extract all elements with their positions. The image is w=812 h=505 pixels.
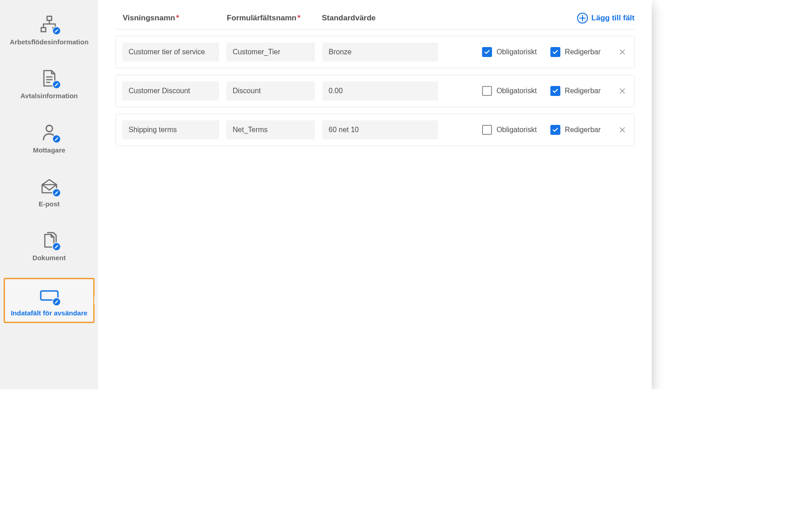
sidebar-item-label: Avtalsinformation (20, 92, 78, 100)
sidebar-item-label: Mottagare (33, 146, 66, 154)
edit-badge-icon (52, 80, 61, 89)
editable-checkbox[interactable] (550, 47, 560, 57)
email-icon (37, 176, 62, 196)
editable-label: Redigerbar (565, 87, 601, 95)
mandatory-checkbox[interactable] (482, 86, 492, 96)
field-row: Obligatoriskt Redigerbar (115, 114, 635, 146)
edit-badge-icon (52, 242, 61, 251)
app-shell: Arbetsflödesinformation Avtalsinformatio… (0, 0, 652, 389)
sidebar-item-workflow-info[interactable]: Arbetsflödesinformation (0, 8, 98, 50)
form-field-input[interactable] (226, 120, 315, 139)
field-row: Obligatoriskt Redigerbar (115, 75, 635, 107)
edit-badge-icon (52, 297, 61, 306)
sidebar-item-sender-input-fields[interactable]: Indatafält för avsändare (4, 278, 95, 323)
document-icon (37, 230, 62, 250)
sidebar-item-label: E-post (38, 200, 60, 208)
edit-badge-icon (52, 26, 61, 35)
display-name-input[interactable] (122, 120, 219, 139)
sidebar-item-label: Dokument (33, 254, 66, 262)
plus-circle-icon (577, 13, 588, 24)
svg-rect-1 (41, 28, 46, 32)
delete-row-button[interactable] (617, 124, 628, 135)
form-field-input[interactable] (226, 43, 315, 62)
mandatory-checkbox[interactable] (482, 125, 492, 135)
columns-header: Visningsnamn* Formulärfältsnamn* Standar… (115, 13, 635, 29)
delete-row-button[interactable] (617, 47, 628, 57)
default-value-input[interactable] (322, 43, 438, 62)
mandatory-label: Obligatoriskt (497, 126, 537, 134)
editable-checkbox[interactable] (550, 86, 560, 96)
main-content: Visningsnamn* Formulärfältsnamn* Standar… (98, 0, 652, 389)
delete-row-button[interactable] (617, 86, 628, 96)
edit-badge-icon (52, 188, 61, 197)
sidebar-item-label: Arbetsflödesinformation (10, 38, 88, 46)
header-display-name: Visningsnamn* (123, 14, 227, 23)
editable-checkbox[interactable] (550, 125, 560, 135)
edit-badge-icon (52, 134, 61, 143)
header-default-value: Standardvärde (322, 14, 439, 23)
editable-label: Redigerbar (565, 48, 601, 56)
sidebar-item-email[interactable]: E-post (0, 170, 98, 212)
sidebar-item-agreement-info[interactable]: Avtalsinformation (0, 62, 98, 104)
sidebar-item-recipients[interactable]: Mottagare (0, 116, 98, 158)
mandatory-label: Obligatoriskt (497, 48, 537, 56)
default-value-input[interactable] (322, 81, 438, 100)
add-field-label: Lägg till fält (592, 14, 635, 23)
recipient-icon (37, 123, 62, 143)
form-field-input[interactable] (226, 81, 315, 100)
mandatory-label: Obligatoriskt (497, 87, 537, 95)
svg-point-3 (46, 125, 53, 132)
add-field-button[interactable]: Lägg till fält (577, 13, 635, 24)
field-row: Obligatoriskt Redigerbar (115, 36, 635, 68)
header-form-field-name: Formulärfältsnamn* (227, 14, 322, 23)
sidebar: Arbetsflödesinformation Avtalsinformatio… (0, 0, 98, 389)
agreement-icon (37, 68, 62, 88)
editable-label: Redigerbar (565, 126, 601, 134)
sidebar-item-documents[interactable]: Dokument (0, 224, 98, 266)
svg-rect-0 (47, 16, 52, 20)
display-name-input[interactable] (122, 43, 219, 62)
workflow-icon (37, 14, 62, 34)
sidebar-item-label: Indatafält för avsändare (11, 309, 87, 317)
default-value-input[interactable] (322, 120, 438, 139)
mandatory-checkbox[interactable] (482, 47, 492, 57)
display-name-input[interactable] (122, 81, 219, 100)
input-field-icon (37, 286, 62, 305)
